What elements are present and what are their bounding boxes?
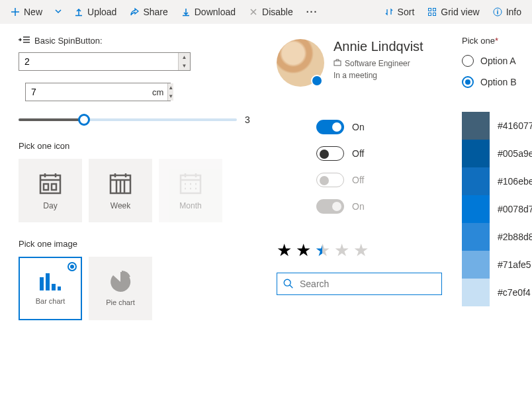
swatch-label: #71afe5 <box>498 259 531 270</box>
swatch-label: #416077 <box>498 120 532 131</box>
search-input[interactable] <box>300 279 436 289</box>
spin-label: Basic SpinButton: <box>19 36 270 46</box>
star-5[interactable]: ★ <box>353 240 369 261</box>
new-button[interactable]: New <box>5 4 48 20</box>
swatch-list: #416077#005a9e#106ebe#0078d7#2b88d8#71af… <box>462 112 532 306</box>
swatch-label: #005a9e <box>498 148 532 159</box>
upload-icon <box>74 7 83 17</box>
star-2[interactable]: ★ <box>296 240 311 261</box>
svg-rect-3 <box>433 13 436 16</box>
icon-caption-month: Month <box>179 201 201 210</box>
radio-group: Option A Option B <box>462 55 532 88</box>
svg-rect-13 <box>58 287 61 290</box>
slider[interactable] <box>19 113 237 126</box>
swatch-row[interactable]: #71afe5 <box>462 251 532 279</box>
spin-input-1[interactable] <box>19 53 178 70</box>
command-bar: New Upload Share Download Disable ··· So… <box>0 0 532 24</box>
toggle-label-2: Off <box>352 175 364 185</box>
swatch-color <box>462 251 490 279</box>
radio-option-a[interactable]: Option A <box>462 55 532 67</box>
swatch-row[interactable]: #005a9e <box>462 140 532 167</box>
swatch-color <box>462 140 490 167</box>
persona-role-text: Software Engineer <box>345 59 410 68</box>
search-box[interactable] <box>277 273 442 295</box>
swatch-row[interactable]: #2b88d8 <box>462 223 532 251</box>
overflow-button[interactable]: ··· <box>301 4 324 20</box>
spin-up-2[interactable]: ▲ <box>168 83 173 92</box>
toggle-on[interactable]: On <box>316 120 449 134</box>
radio-label-b: Option B <box>480 77 516 87</box>
toggle-label-1: Off <box>352 148 364 159</box>
indent-icon <box>19 36 30 46</box>
selected-indicator <box>67 262 77 271</box>
swatch-label: #2b88d8 <box>498 232 532 242</box>
info-button[interactable]: Info <box>488 4 527 20</box>
image-choice-pie[interactable]: Pie chart <box>89 257 152 320</box>
icon-picker-label: Pick one icon <box>19 141 270 151</box>
slider-value: 3 <box>245 114 250 125</box>
star-3[interactable]: ★ <box>315 240 330 261</box>
share-button[interactable]: Share <box>124 4 173 20</box>
toggle-label-3: On <box>352 201 365 212</box>
swatch-row[interactable]: #106ebe <box>462 167 532 195</box>
upload-button[interactable]: Upload <box>69 4 122 20</box>
grid-view-button[interactable]: Grid view <box>422 4 484 20</box>
radio-label-a: Option A <box>480 56 516 66</box>
pie-chart-icon <box>109 271 132 293</box>
plus-icon <box>11 7 20 17</box>
spin-arrows-1: ▲ ▼ <box>178 53 190 70</box>
spin-button-2[interactable]: cm ▲ ▼ <box>25 83 171 101</box>
info-label: Info <box>506 7 521 17</box>
download-button[interactable]: Download <box>176 4 241 20</box>
search-icon <box>283 278 294 290</box>
swatch-row[interactable]: #416077 <box>462 112 532 140</box>
spin-up-1[interactable]: ▲ <box>179 53 190 62</box>
icon-choice-week[interactable]: Week <box>89 159 152 222</box>
svg-point-15 <box>284 279 290 286</box>
star-1[interactable]: ★ <box>277 240 292 261</box>
star-4[interactable]: ★ <box>334 240 349 261</box>
calendar-day-icon <box>38 171 63 196</box>
image-picker-label: Pick one image <box>19 239 270 249</box>
svg-rect-11 <box>46 273 50 290</box>
info-icon <box>493 7 502 17</box>
swatch-label: #c7e0f4 <box>498 287 531 298</box>
persona-status: In a meeting <box>333 71 423 80</box>
spin-input-2[interactable] <box>26 83 152 101</box>
svg-rect-14 <box>334 61 341 66</box>
img-caption-bar: Bar chart <box>36 297 66 305</box>
sort-label: Sort <box>398 7 415 17</box>
swatch-row[interactable]: #0078d7 <box>462 195 532 223</box>
persona-name: Annie Lindqvist <box>333 39 423 54</box>
avatar-wrap <box>277 39 324 87</box>
spin-button-1[interactable]: ▲ ▼ <box>19 52 191 71</box>
calendar-month-icon <box>178 171 203 196</box>
x-icon <box>249 7 258 17</box>
toggles: On Off Off On <box>277 120 449 214</box>
new-chevron[interactable] <box>50 4 66 20</box>
bar-chart-icon <box>38 272 62 292</box>
radio-group-label-text: Pick one <box>462 36 495 46</box>
spin-down-1[interactable]: ▼ <box>179 62 190 70</box>
swatch-color <box>462 167 490 195</box>
svg-rect-7 <box>52 184 56 190</box>
download-icon <box>181 7 191 17</box>
sort-button[interactable]: Sort <box>379 4 420 20</box>
sort-icon <box>384 7 394 17</box>
icon-choice-day[interactable]: Day <box>19 159 82 222</box>
radio-option-b[interactable]: Option B <box>462 76 532 88</box>
toggle-off[interactable]: Off <box>316 146 449 161</box>
rating[interactable]: ★ ★ ★ ★ ★ <box>277 240 449 261</box>
radio-group-label: Pick one* <box>462 36 532 46</box>
svg-rect-12 <box>52 284 56 290</box>
spin-arrows-2: ▲ ▼ <box>167 83 173 101</box>
toggle-disabled-off: Off <box>316 173 449 187</box>
svg-rect-2 <box>429 13 431 16</box>
svg-rect-0 <box>429 9 431 11</box>
new-label: New <box>24 7 42 17</box>
presence-badge <box>311 75 323 87</box>
swatch-row[interactable]: #c7e0f4 <box>462 279 532 306</box>
icon-caption-week: Week <box>111 201 130 210</box>
image-choice-bar[interactable]: Bar chart <box>19 257 82 320</box>
spin-down-2[interactable]: ▼ <box>168 92 173 101</box>
